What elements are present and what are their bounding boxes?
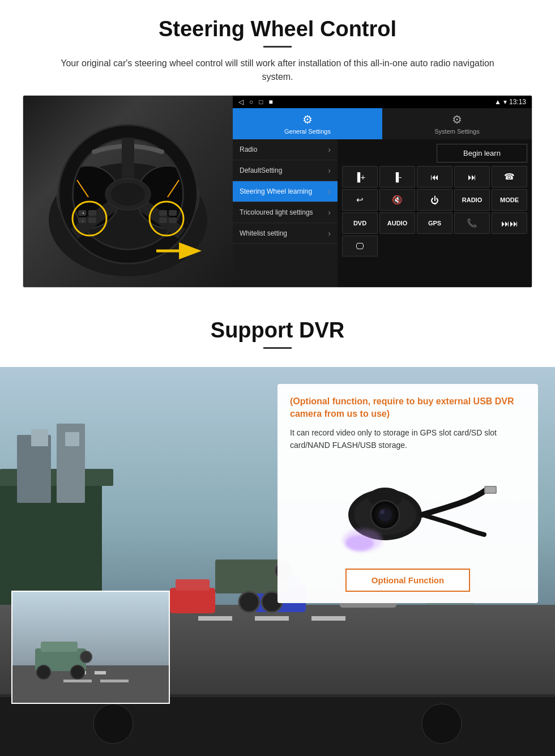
menu-item-default-label: DefaultSetting bbox=[240, 166, 282, 174]
settings-tabs: ⚙ General Settings ⚙ System Settings bbox=[233, 108, 532, 139]
radio-button[interactable]: RADIO bbox=[454, 189, 490, 211]
dvr-section: Support DVR bbox=[0, 305, 555, 756]
time-display: 13:13 bbox=[509, 98, 526, 106]
title-divider bbox=[263, 46, 292, 48]
svg-rect-53 bbox=[12, 665, 170, 704]
buttons-panel: Begin learn ▐+ ▐- ⏮ ⏭ ☎ ↩ 🔇 ⏻ RADIO MODE… bbox=[338, 139, 532, 287]
general-settings-label: General Settings bbox=[284, 128, 331, 135]
phone-prev-button[interactable]: 📞 bbox=[454, 212, 490, 234]
status-bar-right: ▲ ▾ 13:13 bbox=[494, 98, 526, 106]
menu-item-steering-label: Steering Wheel learning bbox=[240, 187, 312, 195]
tricoloured-arrow-icon: › bbox=[328, 208, 331, 217]
dvr-optional-title: (Optional function, require to buy exter… bbox=[290, 395, 526, 421]
svg-rect-55 bbox=[95, 671, 106, 674]
prev-button[interactable]: ⏮ bbox=[417, 166, 452, 187]
power-button[interactable]: ⏻ bbox=[417, 189, 452, 211]
dvr-inset-footage bbox=[11, 591, 170, 704]
dvr-description: It can record video only to storage in G… bbox=[290, 426, 526, 452]
menu-item-tricoloured-label: Tricoloured light settings bbox=[240, 208, 313, 216]
steering-title: Steering Wheel Control bbox=[23, 17, 532, 41]
steering-photo: + - bbox=[23, 96, 233, 287]
svg-point-73 bbox=[345, 535, 374, 551]
mode-button[interactable]: MODE bbox=[492, 189, 527, 211]
android-ui: ◁ ○ □ ■ ▲ ▾ 13:13 ⚙ General Settings bbox=[233, 96, 532, 287]
radio-arrow-icon: › bbox=[328, 145, 331, 154]
optional-function-button[interactable]: Optional Function bbox=[345, 569, 470, 592]
signal-icon: ▲ bbox=[494, 98, 501, 106]
dvr-title-divider bbox=[263, 347, 292, 349]
menu-item-radio-label: Radio bbox=[240, 146, 257, 153]
vol-down-button[interactable]: ▐- bbox=[379, 166, 415, 187]
back-nav[interactable]: ◁ bbox=[238, 98, 244, 106]
menu-nav[interactable]: ■ bbox=[269, 98, 273, 106]
status-bar-left: ◁ ○ □ ■ bbox=[238, 98, 491, 106]
dvr-product-area bbox=[290, 461, 526, 563]
steering-arrow-icon: › bbox=[328, 187, 331, 196]
menu-item-steering[interactable]: Steering Wheel learning › bbox=[233, 181, 338, 202]
screen-button[interactable]: 🖵 bbox=[342, 236, 378, 257]
dvr-content: (Optional function, require to buy exter… bbox=[0, 367, 555, 756]
dvr-info-card: (Optional function, require to buy exter… bbox=[278, 384, 538, 603]
menu-item-tricoloured[interactable]: Tricoloured light settings › bbox=[233, 202, 338, 223]
wifi-icon: ▾ bbox=[503, 98, 507, 106]
menu-item-whitelist[interactable]: Whitelist setting › bbox=[233, 223, 338, 244]
default-arrow-icon: › bbox=[328, 166, 331, 175]
back-button[interactable]: ↩ bbox=[342, 189, 378, 211]
begin-learn-row: Begin learn bbox=[342, 144, 527, 163]
svg-rect-21 bbox=[159, 217, 167, 223]
svg-rect-57 bbox=[41, 642, 78, 652]
general-settings-icon: ⚙ bbox=[302, 113, 313, 126]
svg-point-60 bbox=[80, 651, 92, 663]
svg-point-59 bbox=[71, 665, 84, 679]
skip-button[interactable]: ⏭⏭ bbox=[492, 212, 527, 234]
status-bar: ◁ ○ □ ■ ▲ ▾ 13:13 bbox=[233, 96, 532, 108]
svg-rect-61 bbox=[63, 680, 92, 682]
steering-description: Your original car's steering wheel contr… bbox=[45, 57, 510, 84]
system-settings-tab[interactable]: ⚙ System Settings bbox=[382, 108, 532, 139]
svg-rect-62 bbox=[100, 680, 129, 682]
whitelist-arrow-icon: › bbox=[328, 229, 331, 238]
svg-point-11 bbox=[111, 183, 145, 206]
next-button[interactable]: ⏭ bbox=[454, 166, 490, 187]
svg-point-69 bbox=[380, 510, 385, 514]
menu-item-default[interactable]: DefaultSetting › bbox=[233, 160, 338, 181]
gps-button[interactable]: GPS bbox=[417, 212, 452, 234]
menu-item-whitelist-label: Whitelist setting bbox=[240, 229, 287, 237]
dvr-header: Support DVR bbox=[0, 305, 555, 367]
steering-wheel-svg: + - bbox=[43, 106, 213, 276]
menu-area: Radio › DefaultSetting › Steering Wheel … bbox=[233, 139, 532, 287]
control-buttons-grid: ▐+ ▐- ⏮ ⏭ ☎ ↩ 🔇 ⏻ RADIO MODE DVD AUDIO G… bbox=[342, 166, 527, 257]
mute-button[interactable]: 🔇 bbox=[379, 189, 415, 211]
vol-up-button[interactable]: ▐+ bbox=[342, 166, 378, 187]
svg-point-58 bbox=[37, 665, 50, 679]
svg-rect-22 bbox=[169, 210, 177, 216]
dvr-camera-svg bbox=[317, 461, 498, 563]
audio-button[interactable]: AUDIO bbox=[379, 212, 415, 234]
svg-rect-71 bbox=[485, 487, 496, 493]
svg-point-68 bbox=[378, 508, 392, 522]
menu-item-radio[interactable]: Radio › bbox=[233, 139, 338, 160]
demo-container: + - ◁ ○ □ ■ bbox=[23, 95, 532, 288]
system-settings-label: System Settings bbox=[434, 128, 479, 135]
phone-button[interactable]: ☎ bbox=[492, 166, 527, 187]
svg-text:+: + bbox=[82, 211, 84, 215]
dvr-title: Support DVR bbox=[23, 318, 532, 343]
svg-rect-23 bbox=[169, 217, 177, 223]
home-nav[interactable]: ○ bbox=[249, 98, 253, 106]
begin-learn-button[interactable]: Begin learn bbox=[437, 144, 527, 163]
svg-rect-16 bbox=[88, 217, 96, 223]
svg-rect-20 bbox=[159, 210, 167, 216]
recents-nav[interactable]: □ bbox=[259, 98, 263, 106]
general-settings-tab[interactable]: ⚙ General Settings bbox=[233, 108, 382, 139]
dvd-button[interactable]: DVD bbox=[342, 212, 378, 234]
dvr-inset-svg bbox=[12, 592, 170, 704]
svg-rect-15 bbox=[88, 210, 96, 216]
system-settings-icon: ⚙ bbox=[452, 113, 462, 126]
steering-section: Steering Wheel Control Your original car… bbox=[0, 0, 555, 299]
menu-list: Radio › DefaultSetting › Steering Wheel … bbox=[233, 139, 338, 287]
